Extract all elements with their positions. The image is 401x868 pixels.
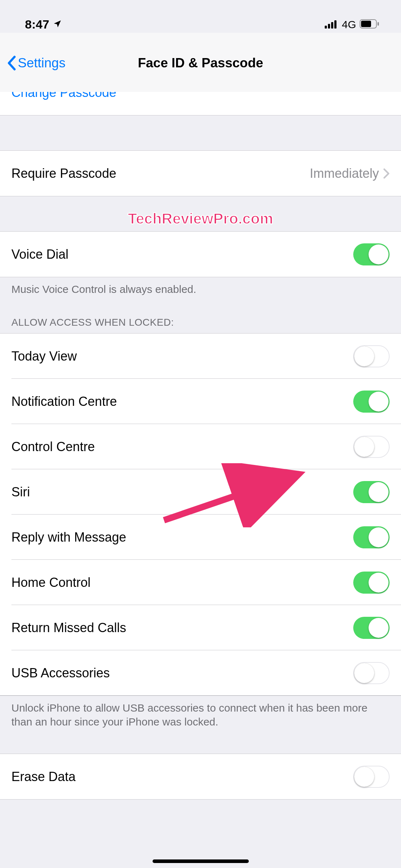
svg-rect-1 <box>328 24 330 29</box>
reply-with-message-label: Reply with Message <box>11 530 126 545</box>
siri-switch[interactable] <box>353 481 390 503</box>
change-passcode-label: Change Passcode <box>11 92 116 100</box>
return-missed-calls-row: Return Missed Calls <box>0 605 401 650</box>
notification-centre-label: Notification Centre <box>11 394 117 409</box>
usb-accessories-switch[interactable] <box>353 662 390 684</box>
today-view-row: Today View <box>0 334 401 379</box>
back-label: Settings <box>18 56 66 71</box>
network-type: 4G <box>342 19 356 31</box>
erase-data-row: Erase Data <box>0 754 401 800</box>
control-centre-label: Control Centre <box>11 439 95 454</box>
status-time: 8:47 <box>25 17 49 31</box>
navigation-bar: Settings Face ID & Passcode <box>0 33 401 94</box>
change-passcode-row[interactable]: Change Passcode <box>0 92 401 115</box>
usb-accessories-label: USB Accessories <box>11 666 110 681</box>
allow-access-header: ALLOW ACCESS WHEN LOCKED: <box>0 300 401 333</box>
voice-dial-footer: Music Voice Control is always enabled. <box>0 277 401 300</box>
home-indicator[interactable] <box>153 859 249 863</box>
svg-rect-3 <box>334 20 336 29</box>
control-centre-row: Control Centre <box>0 424 401 469</box>
voice-dial-label: Voice Dial <box>11 247 68 262</box>
usb-footer: Unlock iPhone to allow USB accessories t… <box>0 696 401 732</box>
today-view-label: Today View <box>11 349 77 364</box>
notification-centre-row: Notification Centre <box>0 379 401 424</box>
require-passcode-label: Require Passcode <box>11 166 116 181</box>
home-control-switch[interactable] <box>353 572 390 594</box>
cellular-signal-icon <box>325 18 338 31</box>
control-centre-switch[interactable] <box>353 436 390 458</box>
erase-data-switch[interactable] <box>353 766 390 788</box>
chevron-right-icon <box>383 168 390 179</box>
usb-accessories-row: USB Accessories <box>0 650 401 696</box>
svg-rect-6 <box>377 22 379 26</box>
home-control-label: Home Control <box>11 575 91 590</box>
reply-with-message-row: Reply with Message <box>0 515 401 560</box>
require-passcode-value: Immediately <box>310 166 379 181</box>
location-icon <box>53 17 62 31</box>
battery-icon <box>360 18 380 31</box>
return-missed-calls-switch[interactable] <box>353 617 390 639</box>
erase-data-label: Erase Data <box>11 769 76 784</box>
svg-rect-5 <box>361 21 371 27</box>
reply-with-message-switch[interactable] <box>353 526 390 548</box>
voice-dial-switch[interactable] <box>353 243 390 265</box>
notification-centre-switch[interactable] <box>353 391 390 413</box>
status-bar: 8:47 4G <box>0 0 401 33</box>
siri-label: Siri <box>11 485 30 500</box>
siri-row: Siri <box>0 469 401 515</box>
voice-dial-row: Voice Dial <box>0 231 401 277</box>
return-missed-calls-label: Return Missed Calls <box>11 620 126 635</box>
today-view-switch[interactable] <box>353 345 390 367</box>
svg-rect-2 <box>331 22 333 29</box>
chevron-left-icon <box>6 56 16 71</box>
back-button[interactable]: Settings <box>0 56 66 71</box>
svg-rect-0 <box>325 26 327 29</box>
home-control-row: Home Control <box>0 560 401 605</box>
allow-access-list: Today View Notification Centre Control C… <box>0 333 401 696</box>
require-passcode-row[interactable]: Require Passcode Immediately <box>0 150 401 196</box>
settings-content: Change Passcode Require Passcode Immedia… <box>0 92 401 868</box>
